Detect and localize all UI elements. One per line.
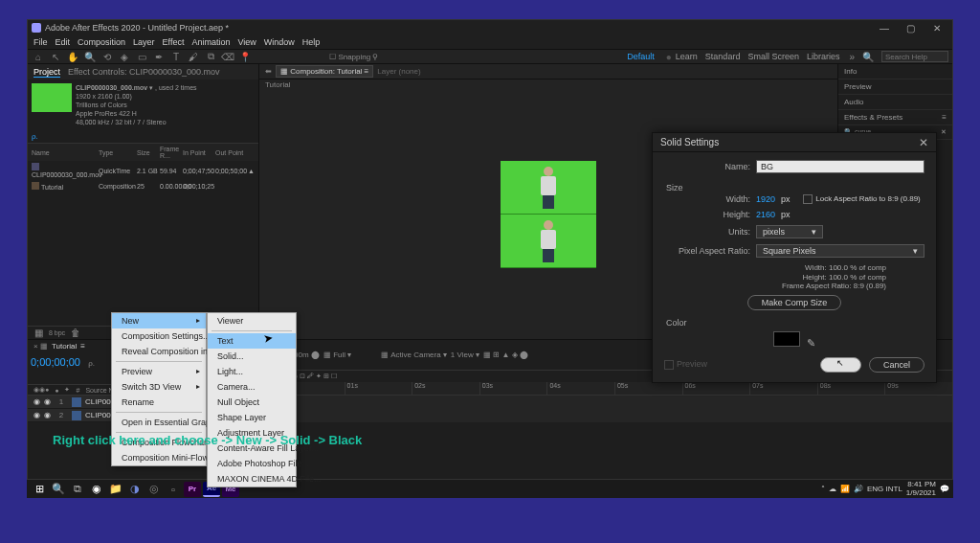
search-icon[interactable]: 🔍 [50, 482, 67, 497]
ctx-new[interactable]: New [112, 313, 206, 328]
tab-layer[interactable]: Layer (none) [377, 67, 420, 76]
dialog-titlebar[interactable]: Solid Settings ✕ [653, 133, 936, 152]
context-submenu-new[interactable]: Viewer Text Solid... Light... Camera... … [207, 312, 297, 487]
ctx-preview[interactable]: Preview [112, 364, 206, 379]
menu-view[interactable]: View [237, 37, 256, 47]
windows-taskbar[interactable]: ⊞ 🔍 ⧉ ◉ 📁 ◑ ◎ ▫ Pr Ae Me ˄ ☁ 📶 🔊 ENG INT… [27, 479, 953, 498]
app-icon[interactable]: ▫ [165, 482, 182, 497]
zoom-dropdown[interactable]: ▦ Full ▾ [323, 351, 351, 359]
menu-edit[interactable]: Edit [56, 37, 71, 47]
search-help-input[interactable] [881, 51, 948, 62]
ctx-composition-settings[interactable]: Composition Settings... [112, 328, 206, 344]
ctx-mini-flowchart[interactable]: Composition Mini-Flowchart [112, 450, 206, 465]
units-dropdown[interactable]: pixels ▾ [756, 225, 823, 238]
menu-animation[interactable]: Animation [191, 37, 230, 47]
menu-effect[interactable]: Effect [163, 37, 185, 47]
cancel-button[interactable]: Cancel [869, 357, 924, 373]
tab-composition[interactable]: ▦ Composition: Tutorial ≡ [276, 65, 373, 78]
menu-composition[interactable]: Composition [78, 37, 125, 47]
tab-project[interactable]: Project [33, 67, 60, 78]
clone-tool-icon[interactable]: ⧉ [204, 50, 217, 63]
puppet-tool-icon[interactable]: 📍 [238, 50, 252, 63]
ctx-switch-3d[interactable]: Switch 3D View [112, 379, 206, 395]
explorer-icon[interactable]: 📁 [107, 482, 124, 497]
ctx-essential-graphics[interactable]: Open in Essential Graphics [112, 415, 206, 430]
pen-tool-icon[interactable]: ✒ [152, 50, 166, 63]
menu-help[interactable]: Help [302, 37, 321, 47]
ctx-photoshop-file[interactable]: Adobe Photoshop File... [208, 456, 296, 471]
close-icon[interactable]: ✕ [919, 136, 928, 149]
timeline-tracks[interactable] [277, 396, 952, 422]
bin-icon[interactable]: ▦ [32, 327, 45, 340]
home-icon[interactable]: ⌂ [32, 50, 45, 63]
timeline-ruler[interactable]: 00s 01s 02s 03s 04s 05s 06s 07s 08s 09s [277, 382, 952, 396]
steam-icon[interactable]: ◎ [145, 482, 163, 497]
clock[interactable]: 8:41 PM 1/9/2021 [906, 481, 936, 498]
project-row[interactable]: CLIP0000030_000.mov QuickTime 2.1 GB 59.… [28, 161, 258, 180]
tray-volume-icon[interactable]: 🔊 [854, 485, 863, 493]
timeline-tab[interactable]: Tutorial [52, 342, 77, 351]
task-view-icon[interactable]: ⧉ [69, 482, 86, 497]
menubar[interactable]: File Edit Composition Layer Effect Anima… [28, 35, 952, 49]
width-value[interactable]: 1920 [756, 194, 775, 204]
tray-wifi-icon[interactable]: 📶 [840, 485, 850, 493]
ctx-rename[interactable]: Rename [112, 395, 206, 410]
ctx-text[interactable]: Text [208, 333, 296, 349]
workspace-small-screen[interactable]: Small Screen [747, 52, 799, 61]
viewer-icon[interactable]: ⬅ [265, 67, 272, 76]
menu-window[interactable]: Window [264, 37, 295, 47]
chrome-icon[interactable]: ◉ [88, 482, 105, 497]
premiere-icon[interactable]: Pr [184, 482, 201, 497]
menu-layer[interactable]: Layer [133, 37, 155, 47]
ctx-shape-layer[interactable]: Shape Layer [208, 410, 296, 425]
ok-button[interactable]: OK↖ [820, 357, 861, 373]
workspace-standard[interactable]: Standard [705, 52, 741, 61]
workspace-default[interactable]: Default [619, 52, 662, 61]
maximize-icon[interactable]: ▢ [899, 23, 923, 34]
minimize-icon[interactable]: — [872, 23, 897, 34]
ctx-solid[interactable]: Solid... [208, 349, 296, 364]
snapping-toggle[interactable]: ☐ Snapping ⚲ [329, 53, 378, 61]
solid-name-input[interactable] [756, 160, 924, 173]
panel-effects[interactable]: Effects & Presets≡ [838, 110, 952, 125]
ctx-null[interactable]: Null Object [208, 395, 296, 410]
lock-aspect-checkbox[interactable] [803, 194, 813, 204]
timecode[interactable]: 0;00;00;00 [31, 356, 80, 368]
workspace-learn[interactable]: Learn [676, 52, 698, 61]
hand-tool-icon[interactable]: ✋ [66, 50, 79, 63]
eraser-tool-icon[interactable]: ⌫ [221, 50, 234, 63]
height-value[interactable]: 2160 [756, 210, 775, 219]
par-dropdown[interactable]: Square Pixels ▾ [756, 244, 924, 258]
shape-tool-icon[interactable]: ▭ [135, 50, 148, 63]
camera-dropdown[interactable]: ▦ Active Camera ▾ [381, 351, 446, 359]
rotate-tool-icon[interactable]: ⟲ [100, 50, 114, 63]
notification-icon[interactable]: 💬 [940, 485, 949, 493]
make-comp-size-button[interactable]: Make Comp Size [747, 295, 842, 310]
text-tool-icon[interactable]: T [169, 50, 183, 63]
ctx-reveal-comp[interactable]: Reveal Composition in Project [112, 344, 206, 359]
zoom-tool-icon[interactable]: 🔍 [83, 50, 97, 63]
project-row[interactable]: Tutorial Composition 25 0.00.00.00 0;00;… [28, 180, 258, 192]
ctx-cinema4d-file[interactable]: MAXON CINEMA 4D File... [208, 471, 296, 486]
panel-info[interactable]: Info [838, 64, 952, 79]
camera-tool-icon[interactable]: ◈ [118, 50, 131, 63]
tab-effect-controls[interactable]: Effect Controls: CLIP0000030_000.mov [68, 67, 219, 77]
tray-chevron-icon[interactable]: ˄ [821, 485, 825, 493]
color-swatch[interactable] [773, 331, 800, 347]
menu-file[interactable]: File [33, 37, 48, 47]
panel-audio[interactable]: Audio [838, 95, 952, 110]
language-indicator[interactable]: ENG INTL [867, 486, 902, 493]
selection-tool-icon[interactable]: ↖ [49, 50, 62, 63]
ctx-camera[interactable]: Camera... [208, 379, 296, 395]
brush-tool-icon[interactable]: 🖌 [187, 50, 200, 63]
tray-cloud-icon[interactable]: ☁ [829, 485, 836, 493]
window-controls[interactable]: — ▢ ✕ [872, 23, 948, 34]
panel-preview[interactable]: Preview [838, 79, 952, 95]
ctx-viewer[interactable]: Viewer [208, 313, 296, 328]
eyedropper-icon[interactable]: ✎ [807, 337, 815, 349]
discord-icon[interactable]: ◑ [126, 482, 144, 497]
view-dropdown[interactable]: 1 View ▾ [451, 351, 479, 359]
close-icon[interactable]: ✕ [925, 23, 948, 34]
comp-breadcrumb[interactable]: Tutorial [259, 79, 837, 90]
ctx-light[interactable]: Light... [208, 364, 296, 379]
